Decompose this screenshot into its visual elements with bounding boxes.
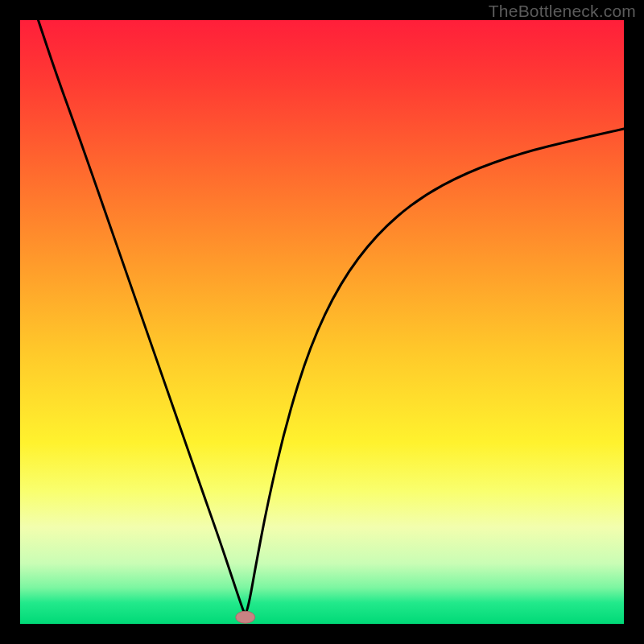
optimal-point-marker bbox=[236, 611, 255, 623]
watermark-label: TheBottleneck.com bbox=[489, 2, 636, 21]
bottleneck-chart bbox=[0, 0, 644, 644]
chart-container: TheBottleneck.com bbox=[0, 0, 644, 644]
